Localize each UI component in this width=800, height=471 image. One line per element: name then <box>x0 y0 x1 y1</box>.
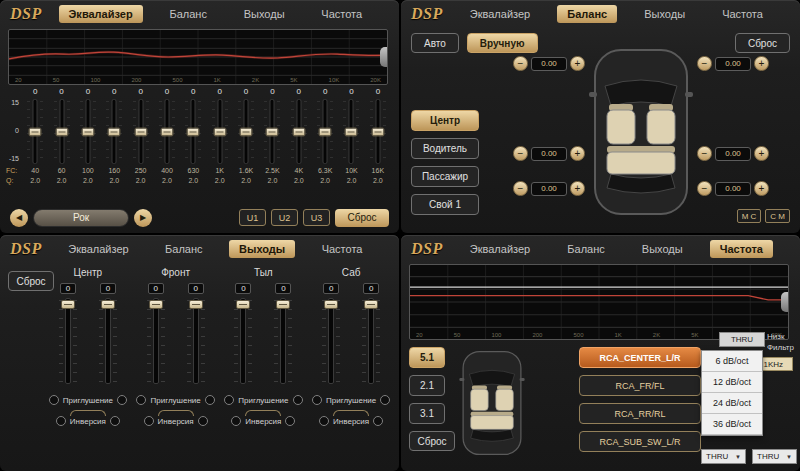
manual-mode-button[interactable]: Вручную <box>467 33 538 53</box>
tab-outputs[interactable]: Выходы <box>634 5 695 23</box>
mute-right-checkbox[interactable] <box>380 395 390 405</box>
tab-equalizer[interactable]: Эквалайзер <box>58 240 138 258</box>
tab-outputs[interactable]: Выходы <box>234 5 295 23</box>
tab-frequency[interactable]: Частота <box>311 5 372 23</box>
decrease-button[interactable]: − <box>697 56 712 71</box>
eq-band-slider-handle[interactable] <box>292 127 305 136</box>
eq-band-slider-handle[interactable] <box>213 127 226 136</box>
balance-preset-button[interactable]: Пассажир <box>411 166 479 187</box>
mute-right-checkbox[interactable] <box>205 395 215 405</box>
tab-equalizer[interactable]: Эквалайзер <box>460 5 540 23</box>
output-slider-track[interactable] <box>322 296 340 386</box>
slope-option[interactable]: 24 dB/oct <box>702 393 762 414</box>
eq-band-slider-handle[interactable] <box>55 127 68 136</box>
increase-button[interactable]: + <box>754 146 769 161</box>
invert-right-checkbox[interactable] <box>285 416 295 426</box>
increase-button[interactable]: + <box>754 56 769 71</box>
output-slider-handle[interactable] <box>324 300 338 309</box>
eq-band-slider-handle[interactable] <box>81 127 94 136</box>
tab-balance[interactable]: Баланс <box>155 240 212 258</box>
eq-band-slider[interactable] <box>317 98 333 165</box>
output-slider-handle[interactable] <box>189 300 203 309</box>
balance-reset-button[interactable]: Сброс <box>735 33 790 53</box>
eq-band-slider[interactable] <box>370 98 386 165</box>
eq-band-slider[interactable] <box>291 98 307 165</box>
eq-band-slider[interactable] <box>106 98 122 165</box>
tab-frequency[interactable]: Частота <box>710 240 773 258</box>
eq-band-slider-handle[interactable] <box>134 127 147 136</box>
eq-band-slider[interactable] <box>238 98 254 165</box>
slope-option[interactable]: 6 dB/oct <box>702 351 762 372</box>
eq-band-slider[interactable] <box>185 98 201 165</box>
mc-button[interactable]: M C <box>737 209 762 223</box>
graph-drawer-handle[interactable] <box>380 47 387 67</box>
tab-balance[interactable]: Баланс <box>557 5 617 23</box>
eq-band-slider-handle[interactable] <box>371 127 384 136</box>
invert-left-checkbox[interactable] <box>56 416 66 426</box>
eq-reset-button[interactable]: Сброс <box>335 209 389 227</box>
preset-next-button[interactable]: ▶ <box>134 209 152 227</box>
output-slider-handle[interactable] <box>364 300 378 309</box>
eq-band-slider-handle[interactable] <box>240 127 253 136</box>
memory-preset-button[interactable]: U1 <box>239 209 266 226</box>
mute-right-checkbox[interactable] <box>117 395 127 405</box>
tab-outputs[interactable]: Выходы <box>229 240 295 258</box>
tab-equalizer[interactable]: Эквалайзер <box>460 240 540 258</box>
output-slider-track[interactable] <box>59 296 77 386</box>
auto-mode-button[interactable]: Авто <box>411 33 459 53</box>
decrease-button[interactable]: − <box>697 181 712 196</box>
output-slider-track[interactable] <box>187 296 205 386</box>
invert-left-checkbox[interactable] <box>144 416 154 426</box>
eq-band-slider-handle[interactable] <box>160 127 173 136</box>
output-slider-track[interactable] <box>234 296 252 386</box>
eq-band-slider[interactable] <box>27 98 43 165</box>
output-slider-track[interactable] <box>99 296 117 386</box>
memory-preset-button[interactable]: U3 <box>303 209 330 226</box>
slope-option[interactable]: 12 dB/oct <box>702 372 762 393</box>
eq-band-slider-handle[interactable] <box>29 127 42 136</box>
invert-left-checkbox[interactable] <box>319 416 329 426</box>
eq-band-slider[interactable] <box>80 98 96 165</box>
graph-drawer-handle[interactable] <box>781 292 788 312</box>
decrease-button[interactable]: − <box>513 146 528 161</box>
eq-band-slider-handle[interactable] <box>319 127 332 136</box>
eq-band-slider[interactable] <box>264 98 280 165</box>
output-slider-handle[interactable] <box>101 300 115 309</box>
decrease-button[interactable]: − <box>513 181 528 196</box>
eq-band-slider-handle[interactable] <box>187 127 200 136</box>
increase-button[interactable]: + <box>570 146 585 161</box>
mute-left-checkbox[interactable] <box>312 395 322 405</box>
filter-mode-spinner[interactable]: THRU ▼ <box>752 449 797 464</box>
eq-band-slider[interactable] <box>212 98 228 165</box>
rca-output-button[interactable]: RCA_SUB_SW_L/R <box>579 431 701 452</box>
eq-band-slider[interactable] <box>133 98 149 165</box>
slope-option[interactable]: 36 dB/oct <box>702 414 762 435</box>
eq-band-slider-handle[interactable] <box>266 127 279 136</box>
increase-button[interactable]: + <box>570 181 585 196</box>
balance-preset-button[interactable]: Центр <box>411 110 479 131</box>
decrease-button[interactable]: − <box>513 56 528 71</box>
decrease-button[interactable]: − <box>697 146 712 161</box>
invert-left-checkbox[interactable] <box>231 416 241 426</box>
balance-preset-button[interactable]: Водитель <box>411 138 479 159</box>
invert-right-checkbox[interactable] <box>198 416 208 426</box>
balance-preset-button[interactable]: Свой 1 <box>411 194 479 215</box>
output-slider-handle[interactable] <box>276 300 290 309</box>
increase-button[interactable]: + <box>754 181 769 196</box>
eq-band-slider[interactable] <box>343 98 359 165</box>
eq-preset-button[interactable]: Рок <box>33 209 129 227</box>
channel-config-button[interactable]: 2.1 <box>409 375 445 396</box>
rca-output-button[interactable]: RCA_CENTER_L/R <box>579 347 701 368</box>
filter-mode-spinner[interactable]: THRU ▼ <box>701 449 746 464</box>
increase-button[interactable]: + <box>570 56 585 71</box>
memory-preset-button[interactable]: U2 <box>271 209 298 226</box>
output-slider-handle[interactable] <box>236 300 250 309</box>
tab-frequency[interactable]: Частота <box>712 5 773 23</box>
mute-left-checkbox[interactable] <box>49 395 59 405</box>
cm-button[interactable]: C M <box>765 209 790 223</box>
tab-outputs[interactable]: Выходы <box>632 240 693 258</box>
frequency-reset-button[interactable]: Сброс <box>409 431 455 451</box>
output-slider-track[interactable] <box>274 296 292 386</box>
eq-band-slider[interactable] <box>54 98 70 165</box>
eq-band-slider[interactable] <box>159 98 175 165</box>
